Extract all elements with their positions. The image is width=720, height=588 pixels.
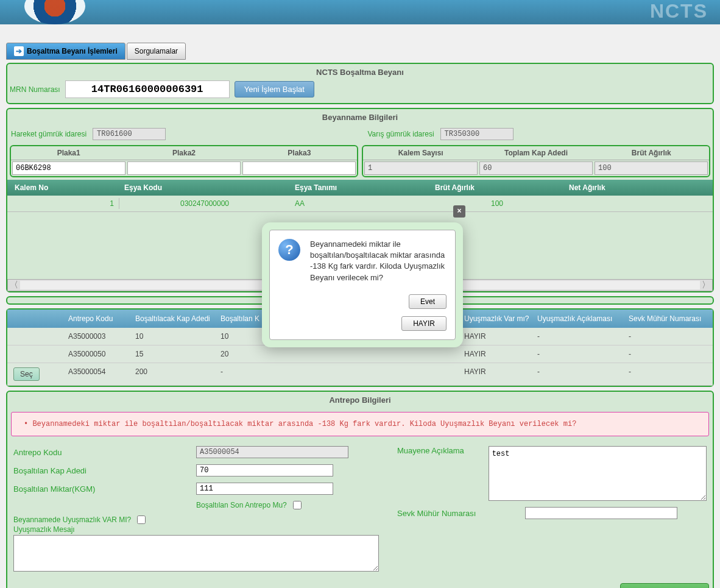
cell-sevk: - [625,331,710,342]
col-esyakodu: Eşya Kodu [119,182,290,193]
main-tabs: ➔ Boşaltma Beyanı İşlemleri Sorgulamalar [6,43,714,60]
col-acik: Uyuşmazlık Açıklaması [534,313,625,324]
table-row[interactable]: SeçA35000054200-HAYIR-- [7,363,713,386]
col-sevk: Sevk Mühür Numarası [625,313,710,324]
yeni-islem-button[interactable]: Yeni İşlem Başlat [235,81,314,97]
dialog-text: Beyannamedeki miktar ile boşaltılan/boşa… [310,239,446,283]
muayene-label: Muayene Açıklama [397,446,482,455]
cell-btkap: - [217,366,461,382]
table-row[interactable]: A350000501520HAYIR-- [7,345,713,363]
cell-acik: - [534,366,625,382]
uyus-checkbox[interactable] [137,515,146,524]
cell-acik: - [534,349,625,360]
cell-uyus: HAYIR [461,349,534,360]
brut-field: 100 [595,161,708,175]
tab-label: Sorgulamalar [135,47,178,55]
sevk-label: Sevk Mühür Numarası [397,509,519,518]
uyusmsg-textarea[interactable] [13,535,379,572]
dialog-close-button[interactable]: × [453,205,465,218]
kod-label: Antrepo Kodu [13,448,135,457]
muayene-textarea[interactable] [489,446,707,501]
cell-btkap: 20 [217,349,461,360]
cell-uyus: HAYIR [461,331,534,342]
panel-title: Beyanname Bilgileri [7,109,713,126]
top-banner: NCTS [0,0,720,24]
plaka2-header: Plaka2 [126,146,241,160]
hareket-label: Hareket gümrük idaresi [11,130,86,138]
varis-label: Varış gümrük idaresi [367,130,434,138]
btkap-input[interactable] [196,464,333,476]
tab-bosaltma[interactable]: ➔ Boşaltma Beyanı İşlemleri [6,43,125,60]
scroll-left-icon[interactable]: 〈 [8,280,20,291]
panel-title: Antrepo Bilgileri [7,392,713,408]
cell-uyus: HAYIR [461,366,534,382]
kap-field: 60 [479,161,593,175]
varis-field: TR350300 [440,128,514,140]
uyusmsg-label: Uyuşmazlık Mesajı [13,525,75,534]
btkap-label: Boşaltılan Kap Adedi [13,466,135,475]
col-bkap: Boşaltılacak Kap Adedi [132,313,217,324]
evet-button[interactable]: Evet [409,294,446,309]
col-netag: Net Ağırlık [564,182,710,193]
warning-message: Beyannamedeki miktar ile boşaltılan/boşa… [11,412,709,436]
plaka3-input[interactable] [242,161,356,175]
kalem-field: 1 [364,161,478,175]
tab-label: Boşaltma Beyanı İşlemleri [27,47,118,55]
cell-bkap: 15 [132,349,217,360]
cell-netag [564,198,710,209]
tab-sorgulamalar[interactable]: Sorgulamalar [127,43,186,60]
mrn-input[interactable]: 14TR06160000006391 [65,80,230,98]
plaka3-header: Plaka3 [242,146,357,160]
mrn-panel: NCTS Boşaltma Beyanı MRN Numarası 14TR06… [6,63,714,104]
brand-logo [24,0,85,24]
col-kod: Antrepo Kodu [65,313,132,324]
cell-esyakodu: 030247000000 [119,198,290,209]
brut-header: Brüt Ağırlık [594,146,709,160]
btmiktar-label: Boşaltılan Miktar(KGM) [13,484,135,494]
kod-field: A35000054 [196,446,348,458]
antrepo-form-panel: Antrepo Bilgileri Beyannamedeki miktar i… [6,391,714,588]
cell-kod: A35000003 [65,331,132,342]
cell-sevk: - [625,349,710,360]
son-label: Boşaltılan Son Antrepo Mu? [196,501,287,509]
cell-bkap: 10 [132,331,217,342]
table-row[interactable]: 1 030247000000 AA 100 [7,196,713,212]
hareket-field: TR061600 [93,128,166,140]
cell-kod: A35000054 [65,366,132,382]
cell-acik: - [534,331,625,342]
bosaltma-bildir-button[interactable]: ✓ 2 - Boşaltma Bildir [620,583,709,588]
col-brutag: Brüt Ağırlık [430,182,564,193]
col-esyatanimi: Eşya Tanımı [290,182,430,193]
col-uyus: Uyuşmazlık Var mı? [461,313,534,324]
arrow-icon: ➔ [14,46,24,56]
plaka1-header: Plaka1 [11,146,126,160]
plaka1-input[interactable] [12,161,125,175]
kap-header: Toplam Kap Adedi [478,146,593,160]
hayir-button[interactable]: HAYIR [401,316,446,331]
items-table-header: Kalem No Eşya Kodu Eşya Tanımı Brüt Ağır… [7,180,713,196]
cell-bkap: 200 [132,366,217,382]
col-kalemno: Kalem No [10,182,119,193]
btmiktar-input[interactable] [196,483,333,495]
scroll-right-icon[interactable]: 〉 [700,280,712,291]
cell-brutag: 100 [430,198,564,209]
uyus-label: Beyannamede Uyuşmazlık VAR MI? [13,515,131,524]
sec-button[interactable]: Seç [13,367,40,381]
cell-kod: A35000050 [65,349,132,360]
question-icon: ? [278,239,300,261]
cell-sevk: - [625,366,710,382]
cell-esyatanimi: AA [290,198,430,209]
son-checkbox[interactable] [293,501,302,509]
cell-kalemno: 1 [10,198,119,209]
mrn-label: MRN Numarası [10,85,60,94]
kalem-header: Kalem Sayısı [363,146,478,160]
confirm-dialog: × ? Beyannamedeki miktar ile boşaltılan/… [262,222,463,347]
sevk-input[interactable] [525,507,677,519]
panel-title: NCTS Boşaltma Beyanı [10,66,710,80]
brand-text: NCTS [650,0,708,23]
plaka2-input[interactable] [127,161,241,175]
